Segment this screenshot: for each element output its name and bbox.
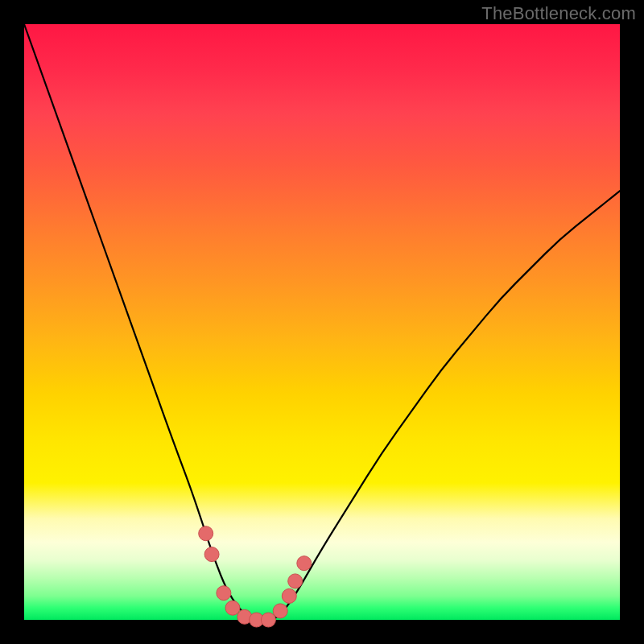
chart-marker bbox=[217, 586, 231, 601]
chart-marker bbox=[273, 604, 287, 618]
watermark-text: TheBottleneck.com bbox=[481, 3, 636, 24]
chart-plot-area bbox=[24, 24, 620, 620]
chart-markers bbox=[199, 526, 312, 627]
chart-marker bbox=[261, 613, 275, 627]
chart-marker bbox=[282, 588, 296, 603]
chart-frame: TheBottleneck.com bbox=[0, 0, 644, 644]
chart-marker bbox=[199, 526, 213, 541]
chart-svg bbox=[24, 24, 620, 620]
chart-marker bbox=[297, 556, 312, 571]
chart-marker bbox=[225, 601, 240, 615]
chart-marker bbox=[204, 547, 219, 562]
bottleneck-curve bbox=[24, 24, 620, 620]
chart-marker bbox=[288, 574, 303, 588]
